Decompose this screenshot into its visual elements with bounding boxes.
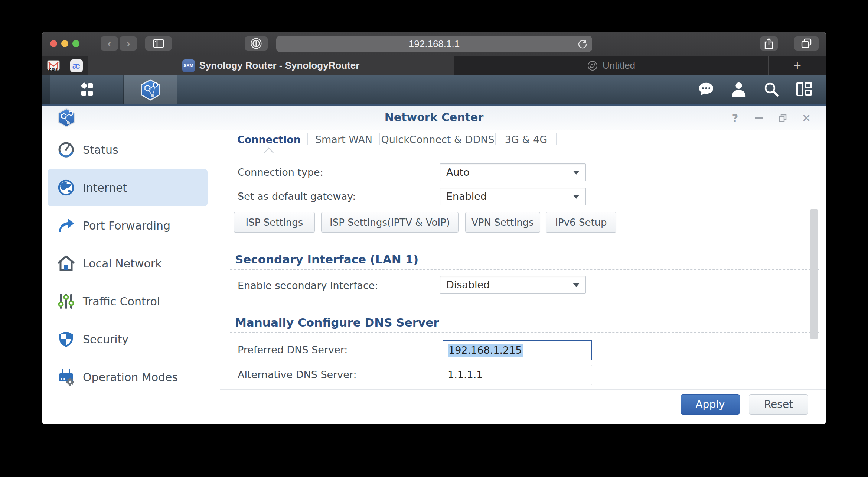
tab-divider [230,148,819,148]
srm-favicon: SRM [182,59,195,72]
main-content: Connection Smart WAN QuickConnect & DDNS… [220,131,826,424]
reset-button[interactable]: Reset [749,394,808,415]
preferred-dns-input[interactable]: 192.168.1.215 [443,340,592,360]
user-icon [731,81,747,97]
connection-type-label: Connection type: [238,166,323,179]
compass-icon [587,60,598,71]
pinned-tab-gmail[interactable]: 20+ [42,56,65,75]
browser-toolbar: ‹ › 192.168.1.1 [42,32,826,56]
notifications-button[interactable] [698,81,715,99]
section-divider [230,269,819,270]
url-field[interactable]: 192.168.1.1 [276,36,592,52]
network-center-icon [140,79,161,101]
alternative-dns-label: Alternative DNS Server: [238,369,357,381]
tab-connection[interactable]: Connection [230,131,308,148]
search-button[interactable] [763,81,779,99]
minimize-button[interactable] [753,111,765,126]
tab-overview-button[interactable] [794,36,819,51]
sidebar-item-status[interactable]: Status [48,131,208,168]
tab-synology-router[interactable]: SRM Synology Router - SynologyRouter [88,56,454,75]
zoom-window-button[interactable] [72,40,79,47]
connection-type-select[interactable]: Auto [440,163,586,181]
sidebar-toggle-button[interactable] [145,36,172,51]
back-icon: ‹ [108,37,111,50]
sidebar-item-label: Status [83,143,118,156]
network-center-app-button[interactable] [124,75,177,104]
reload-icon [577,39,588,49]
active-tab-caret-fill [265,149,273,153]
pinned-tab-ae[interactable]: æ [65,56,88,75]
ae-icon: æ [70,59,83,72]
shield-icon [58,331,75,348]
tab-untitled[interactable]: Untitled [454,56,768,75]
sidebar-item-label: Local Network [83,257,162,270]
isp-settings-button[interactable]: ISP Settings [234,212,315,233]
tab-smart-wan[interactable]: Smart WAN [308,131,380,148]
chat-icon [698,81,715,97]
default-gateway-select[interactable]: Enabled [440,188,586,205]
vpn-settings-button[interactable]: VPN Settings [465,212,540,233]
maximize-button[interactable] [776,111,789,126]
footer-divider [220,389,826,390]
taskbar-icons [698,75,813,104]
sidebar-item-label: Internet [83,181,127,194]
sliders-icon [58,293,75,310]
secondary-interface-select[interactable]: Disabled [440,276,586,294]
widgets-button[interactable] [796,81,813,98]
share-icon [764,38,774,49]
network-center-window: Network Center ? ✕ [42,104,826,424]
tab-quickconnect-ddns[interactable]: QuickConnect & DDNS [380,131,496,148]
keyhole-icon [250,38,262,49]
sidebar: Status Internet [42,131,220,424]
sidebar-item-security[interactable]: Security [48,321,208,358]
isp-settings-iptv-voip-button[interactable]: ISP Settings(IPTV & VoIP) [321,212,459,233]
alternative-dns-input[interactable]: 1.1.1.1 [443,365,592,385]
back-button[interactable]: ‹ [101,36,118,51]
password-extension-button[interactable] [245,36,268,51]
widgets-icon [796,81,813,97]
scrollbar-thumb[interactable] [810,209,818,339]
content-tabs: Connection Smart WAN QuickConnect & DDNS… [230,131,557,148]
close-button[interactable]: ✕ [800,111,813,126]
sidebar-item-label: Operation Modes [83,371,178,384]
url-text: 192.168.1.1 [409,38,460,50]
router-gear-icon [58,369,75,386]
preferred-dns-label: Preferred DNS Server: [238,344,347,356]
close-window-button[interactable] [50,40,57,47]
gauge-icon [58,141,75,158]
apply-button[interactable]: Apply [681,394,740,415]
sidebar-item-operation-modes[interactable]: Operation Modes [48,358,208,396]
tab-3g-4g[interactable]: 3G & 4G [496,131,557,148]
forward-button[interactable]: › [120,36,137,51]
reload-button[interactable] [577,39,588,51]
tab-title: Synology Router - SynologyRouter [199,60,360,71]
main-menu-icon [78,81,95,98]
forward-icon: › [127,37,130,50]
window-body: Status Internet [42,131,826,424]
user-menu-button[interactable] [731,81,747,99]
sidebar-item-local-network[interactable]: Local Network [48,245,208,282]
browser-window: ‹ › 192.168.1.1 [42,32,826,424]
forward-arrow-icon [58,217,75,234]
new-tab-button[interactable]: + [768,56,826,75]
secondary-interface-label: Enable secondary interface: [238,279,378,292]
svg-text:20+: 20+ [48,66,59,72]
tab-title: Untitled [603,60,635,71]
sidebar-item-traffic-control[interactable]: Traffic Control [48,283,208,320]
selected-text: 192.168.1.215 [448,344,523,357]
minimize-window-button[interactable] [61,40,68,47]
default-gateway-label: Set as default gateway: [238,190,356,203]
tabs-icon [801,38,812,49]
secondary-interface-heading: Secondary Interface (LAN 1) [235,253,418,266]
traffic-lights [50,40,79,47]
sidebar-item-port-forwarding[interactable]: Port Forwarding [48,207,208,244]
taskbar-edge [42,75,50,104]
ipv6-setup-button[interactable]: IPv6 Setup [546,212,616,233]
gmail-icon: 20+ [47,59,60,72]
sidebar-icon [153,39,164,48]
window-title: Network Center [42,106,826,130]
main-menu-button[interactable] [50,75,124,104]
share-button[interactable] [760,36,778,51]
help-button[interactable]: ? [729,111,741,126]
sidebar-item-internet[interactable]: Internet [48,169,208,206]
